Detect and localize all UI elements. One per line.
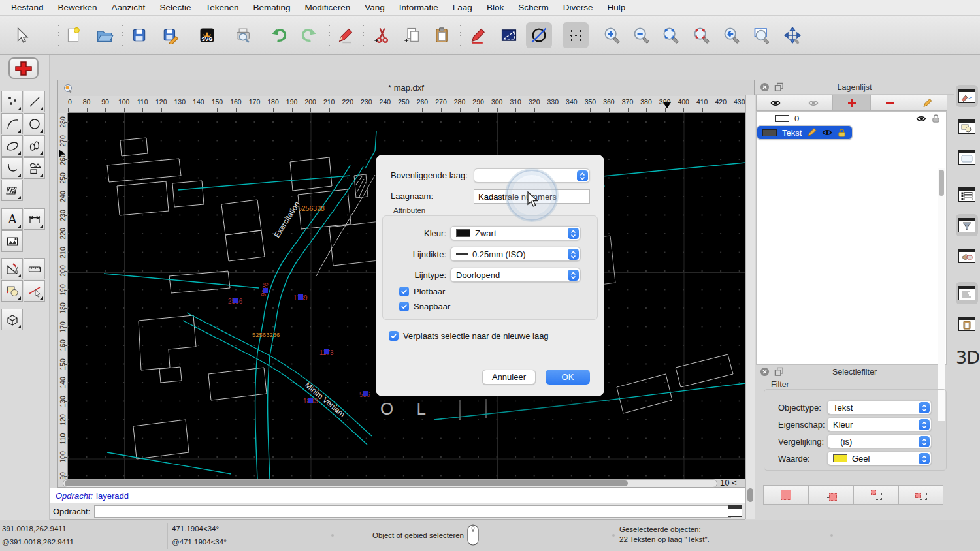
zoom-auto-button[interactable]: [658, 22, 684, 48]
pencil-icon[interactable]: [807, 128, 817, 137]
filter-eigenschap-select[interactable]: Kleur: [827, 417, 932, 432]
menu-item[interactable]: Bemating: [246, 3, 297, 12]
zoom-in-button[interactable]: [599, 22, 625, 48]
lock-icon[interactable]: [837, 128, 847, 138]
layer-panel-detach-button[interactable]: [774, 82, 784, 92]
menu-item[interactable]: Laag: [446, 3, 480, 12]
palette-handle[interactable]: [3, 84, 44, 86]
command-window-button[interactable]: [728, 505, 742, 517]
snappable-checkbox[interactable]: [399, 302, 409, 311]
filter-select-new-button[interactable]: [763, 485, 808, 505]
layer-list-scrollbar-thumb[interactable]: [939, 170, 944, 196]
paste-button[interactable]: [429, 22, 455, 48]
menu-item[interactable]: Selectie: [152, 3, 198, 12]
tool-points-button[interactable]: [1, 91, 23, 112]
zoom-window-button[interactable]: [749, 22, 775, 48]
menu-item[interactable]: Informatie: [392, 3, 446, 12]
pen-edit-button[interactable]: [466, 22, 492, 48]
filter-panel-detach-button[interactable]: [774, 367, 784, 377]
eye-icon[interactable]: [822, 128, 832, 137]
tool-dimension-button[interactable]: [24, 208, 45, 230]
tool-circle-button[interactable]: [24, 113, 45, 134]
plottable-checkbox[interactable]: [399, 287, 409, 296]
toggle-layer-list-button[interactable]: [956, 183, 978, 206]
toggle-properties-window-button[interactable]: [956, 85, 978, 107]
layer-row-tekst[interactable]: Tekst: [757, 125, 853, 140]
show-all-layers-button[interactable]: [756, 95, 794, 111]
save-as-button[interactable]: [157, 22, 184, 48]
current-tool-add-button[interactable]: [8, 57, 39, 79]
tool-ellipse-button[interactable]: [1, 135, 23, 157]
layer-panel-close-button[interactable]: [760, 82, 770, 92]
toggle-command-window-button[interactable]: [956, 282, 978, 304]
filter-panel-close-button[interactable]: [760, 367, 770, 377]
cancel-button[interactable]: Annuleer: [482, 370, 536, 385]
lock-icon[interactable]: [931, 114, 941, 123]
menu-item[interactable]: Bestand: [4, 3, 51, 12]
menu-item[interactable]: Vang: [357, 3, 392, 12]
add-layer-button[interactable]: [832, 95, 871, 111]
cut-button[interactable]: [369, 22, 395, 48]
vertical-scrollbar[interactable]: [745, 95, 755, 519]
eye-icon[interactable]: [916, 114, 926, 123]
toggle-3d-button[interactable]: 3D: [956, 347, 979, 368]
undo-button[interactable]: [266, 22, 292, 48]
tool-3d-box-button[interactable]: [1, 309, 23, 330]
tool-measure-button[interactable]: [24, 258, 45, 279]
vertical-scrollbar-thumb[interactable]: [747, 488, 753, 502]
open-file-button[interactable]: [91, 22, 118, 48]
select-arrow-button[interactable]: [8, 22, 35, 48]
tool-polyline-button[interactable]: [1, 157, 23, 179]
tool-shapes-button[interactable]: [24, 157, 45, 179]
edit-layer-button[interactable]: [909, 95, 947, 111]
tool-image-button[interactable]: [1, 230, 23, 252]
grid-toggle-button[interactable]: [563, 22, 589, 48]
toggle-view-window-button[interactable]: [956, 245, 978, 267]
zoom-out-button[interactable]: [629, 22, 655, 48]
filter-waarde-select[interactable]: Geel: [827, 451, 932, 465]
horizontal-scrollbar[interactable]: [63, 479, 717, 488]
menu-item[interactable]: Aanzicht: [105, 3, 153, 12]
horizontal-scrollbar-thumb[interactable]: [65, 480, 628, 486]
menu-item[interactable]: Bewerken: [51, 3, 105, 12]
copy-button[interactable]: [399, 22, 425, 48]
pan-button[interactable]: [779, 22, 806, 48]
filter-select-remove-button[interactable]: [898, 485, 943, 505]
layer-row-0[interactable]: 0: [757, 112, 946, 125]
toggle-blank-window-button[interactable]: [956, 146, 978, 168]
remove-layer-button[interactable]: [870, 95, 909, 111]
menu-item[interactable]: Tekenen: [198, 3, 246, 12]
tool-modify-button[interactable]: [1, 258, 23, 279]
toggle-selection-filter-button[interactable]: [956, 214, 978, 236]
save-button[interactable]: [126, 22, 152, 48]
toggle-library-window-button[interactable]: [956, 116, 978, 138]
filter-vergelijking-select[interactable]: = (is): [827, 434, 932, 449]
filter-objecttype-select[interactable]: Tekst: [827, 400, 932, 415]
zoom-previous-button[interactable]: [719, 22, 745, 48]
print-preview-button[interactable]: [230, 22, 256, 48]
redo-button[interactable]: [296, 22, 322, 48]
toggle-clipboard-window-button[interactable]: [956, 313, 978, 335]
tool-hatch-button[interactable]: [1, 180, 23, 201]
linewidth-select[interactable]: 0.25mm (ISO): [450, 247, 581, 261]
tool-text-button[interactable]: A: [1, 208, 23, 230]
menu-item[interactable]: Diverse: [556, 3, 600, 12]
menu-item[interactable]: Hulp: [600, 3, 632, 12]
filter-select-add-button[interactable]: [808, 485, 853, 505]
color-select[interactable]: Zwart: [450, 226, 581, 240]
command-input[interactable]: [94, 505, 731, 518]
screen-linetype-button[interactable]: [526, 22, 552, 48]
edit-pencil-button[interactable]: [333, 22, 359, 48]
svg-export-button[interactable]: SVG: [194, 22, 220, 48]
zoom-selection-button[interactable]: [689, 22, 715, 48]
move-selection-checkbox[interactable]: [389, 331, 399, 341]
menu-item[interactable]: Modificeren: [298, 3, 358, 12]
tool-line-button[interactable]: [24, 91, 45, 112]
draft-mode-button[interactable]: [496, 22, 522, 48]
ok-button[interactable]: OK: [546, 370, 590, 385]
tool-spline-button[interactable]: [24, 135, 45, 157]
tool-boolean-button[interactable]: [1, 280, 23, 302]
new-file-button[interactable]: [60, 22, 86, 48]
linetype-select[interactable]: Doorlopend: [450, 268, 581, 282]
tool-trim-button[interactable]: [24, 280, 45, 302]
